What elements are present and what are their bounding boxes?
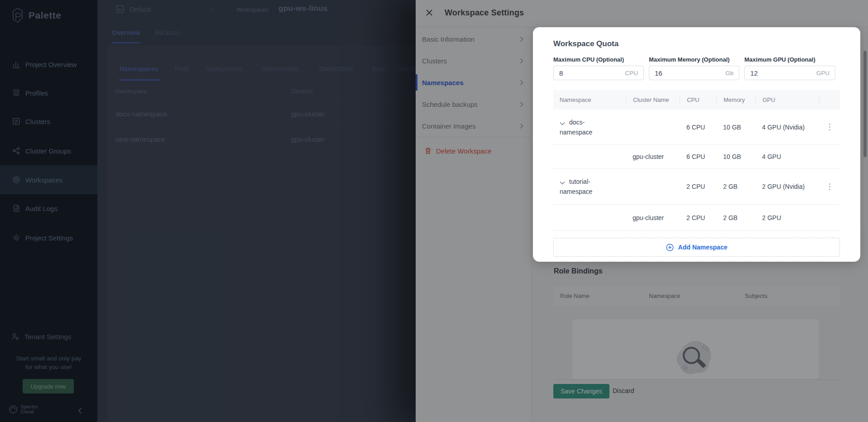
column-header-namespace: Namespace: [553, 96, 626, 104]
column-header-actions: [819, 96, 840, 104]
gpu-cell: 4 GPU: [755, 153, 819, 160]
namespace-name-cell[interactable]: tutorial-namespace: [553, 177, 604, 197]
max-gpu-value: 12: [750, 69, 758, 77]
cpu-cell: 6 CPU: [680, 124, 716, 131]
gpu-cell: 2 GPU: [755, 214, 819, 221]
cluster-name-cell: gpu-cluster: [626, 153, 680, 160]
add-namespace-label: Add Namespace: [678, 244, 728, 251]
max-cpu-label: Maximum CPU (Optional): [553, 56, 644, 63]
max-memory-label: Maximum Memory (Optional): [649, 56, 739, 63]
table-row: docs-namespace 6 CPU 10 GB 4 GPU (Nvidia…: [553, 110, 840, 145]
cpu-cell: 2 CPU: [680, 183, 716, 190]
memory-cell: 10 GB: [716, 124, 755, 131]
gpu-cell: 2 GPU (Nvidia): [755, 183, 819, 190]
max-gpu-unit: GPU: [816, 70, 830, 77]
workspace-quota-title: Workspace Quota: [553, 39, 840, 48]
max-memory-value: 16: [655, 69, 662, 77]
max-gpu-input[interactable]: 12 GPU: [744, 66, 835, 80]
cpu-cell: 2 CPU: [680, 214, 716, 221]
max-memory-input[interactable]: 16 Gb: [649, 66, 739, 80]
chevron-down-icon: [560, 181, 565, 185]
max-cpu-value: 8: [559, 69, 563, 77]
table-row: gpu-cluster 6 CPU 10 GB 4 GPU: [553, 145, 840, 169]
max-cpu-unit: CPU: [625, 70, 638, 77]
cluster-name-cell: gpu-cluster: [626, 214, 680, 221]
max-memory-unit: Gb: [725, 70, 734, 77]
memory-cell: 2 GB: [716, 183, 755, 190]
plus-circle-icon: [666, 244, 674, 251]
namespace-table: Namespace Cluster Name CPU Memory GPU do…: [553, 90, 840, 257]
table-row: tutorial-namespace 2 CPU 2 GB 2 GPU (Nvi…: [553, 169, 840, 205]
max-cpu-input[interactable]: 8 CPU: [553, 66, 644, 80]
namespace-table-header: Namespace Cluster Name CPU Memory GPU: [553, 90, 840, 110]
cpu-cell: 6 CPU: [680, 153, 716, 160]
table-row: gpu-cluster 2 CPU 2 GB 2 GPU: [553, 205, 840, 231]
namespace-name-cell[interactable]: docs-namespace: [553, 117, 604, 137]
column-header-gpu: GPU: [755, 96, 819, 104]
chevron-down-icon: [560, 122, 565, 125]
gpu-cell: 4 GPU (Nvidia): [755, 124, 819, 131]
row-menu-icon[interactable]: [819, 183, 840, 190]
memory-cell: 10 GB: [716, 153, 755, 160]
max-gpu-label: Maximum GPU (Optional): [744, 56, 835, 63]
memory-cell: 2 GB: [716, 214, 755, 221]
column-header-memory: Memory: [716, 96, 755, 104]
add-namespace-button[interactable]: Add Namespace: [553, 238, 840, 257]
workspace-quota-card: Workspace Quota Maximum CPU (Optional) M…: [533, 27, 860, 262]
column-header-cluster-name: Cluster Name: [626, 96, 680, 104]
row-menu-icon[interactable]: [819, 124, 840, 130]
column-header-cpu: CPU: [680, 96, 716, 104]
